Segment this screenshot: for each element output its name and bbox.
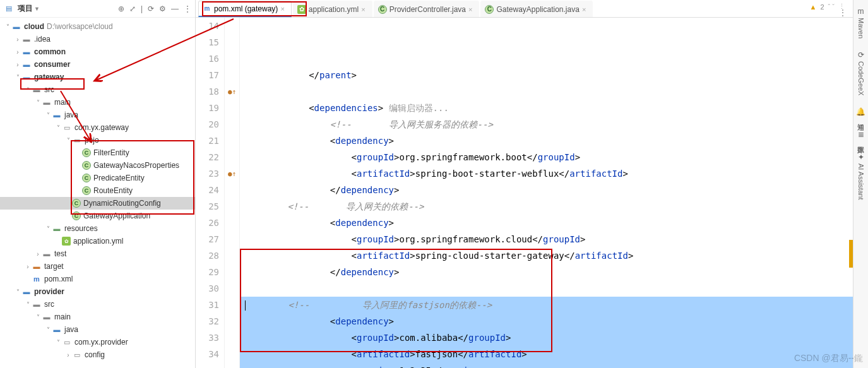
code-line-18[interactable]: <dependency> bbox=[240, 133, 853, 149]
expand-chevron-icon[interactable]: ˅ bbox=[24, 301, 32, 308]
expand-chevron-icon[interactable]: ˅ bbox=[34, 314, 42, 321]
gutter-marker[interactable] bbox=[225, 149, 239, 165]
gutter-marker[interactable] bbox=[225, 231, 239, 247]
more-icon[interactable]: ⋮ bbox=[184, 4, 191, 13]
tree-item-java[interactable]: ˅▬java bbox=[0, 323, 195, 336]
tree-item-gateway[interactable]: ˅▬gateway bbox=[0, 71, 195, 83]
code-line-24[interactable]: <groupId>org.springframework.cloud</grou… bbox=[240, 231, 853, 247]
code-line-16[interactable]: <dependencies> 编辑启动器... bbox=[240, 100, 853, 116]
right-tool-maven[interactable]: mMaven bbox=[856, 6, 866, 39]
more-icon[interactable]: ⋮ bbox=[838, 3, 845, 11]
gutter-marker[interactable] bbox=[225, 280, 239, 297]
tree-item-routeentity[interactable]: CRouteEntity bbox=[0, 184, 195, 197]
expand-chevron-icon[interactable]: ˅ bbox=[14, 74, 21, 81]
tree-item-predicateentity[interactable]: CPredicateEntity bbox=[0, 172, 195, 184]
code-line-30[interactable]: <groupId>com.alibaba</groupId> bbox=[240, 329, 853, 346]
refresh-icon[interactable]: ⟳ bbox=[148, 4, 154, 13]
tree-item-consumer[interactable]: ›▬consumer bbox=[0, 58, 195, 71]
expand-chevron-icon[interactable]: › bbox=[14, 61, 21, 68]
expand-chevron-icon[interactable]: ˅ bbox=[44, 326, 52, 333]
right-tool-codegeex[interactable]: ⟳CodeGeeX bbox=[856, 50, 866, 95]
gutter-marker[interactable] bbox=[225, 50, 239, 67]
close-icon[interactable]: × bbox=[468, 6, 472, 13]
expand-chevron-icon[interactable]: ˅ bbox=[54, 339, 62, 346]
editor-body[interactable]: 1415161718192021222324252627282930313233… bbox=[196, 18, 853, 368]
expand-chevron-icon[interactable]: › bbox=[14, 49, 21, 56]
project-tree[interactable]: ˅▬cloud D:\worksapce\cloud›▬.idea›▬commo… bbox=[0, 18, 195, 368]
gutter-marker[interactable] bbox=[225, 313, 239, 329]
code-line-22[interactable]: <!-- 导入网关的依赖--> bbox=[240, 198, 853, 215]
expand-chevron-icon[interactable]: ˅ bbox=[54, 124, 62, 131]
expand-chevron-icon[interactable]: › bbox=[24, 263, 32, 270]
gutter-marker[interactable]: ●↑ bbox=[225, 165, 239, 182]
gutter-marker[interactable] bbox=[225, 215, 239, 231]
right-tool-通知[interactable]: 🔔通知 bbox=[856, 107, 866, 118]
tab-application-yml[interactable]: ✿application.yml× bbox=[293, 1, 372, 17]
tab-pom-xml-gateway-[interactable]: mpom.xml (gateway)× bbox=[198, 1, 292, 17]
gutter-marker[interactable] bbox=[225, 247, 239, 264]
tree-item-gatewaynacosproperties[interactable]: CGatewayNacosProperties bbox=[0, 159, 195, 172]
close-icon[interactable]: × bbox=[582, 6, 586, 13]
code-line-28[interactable]: <!-- 导入阿里的fastjson的依赖--> bbox=[240, 297, 853, 313]
code-line-19[interactable]: <groupId>org.springframework.boot</group… bbox=[240, 149, 853, 165]
tree-item-common[interactable]: ›▬common bbox=[0, 45, 195, 58]
gutter-marker[interactable] bbox=[225, 18, 239, 34]
gutter-marker[interactable] bbox=[225, 264, 239, 280]
tree-item-com-yx-gateway[interactable]: ˅▭com.yx.gateway bbox=[0, 121, 195, 134]
tree-item-filterentity[interactable]: CFilterEntity bbox=[0, 146, 195, 159]
tree-item-target[interactable]: ›▬target bbox=[0, 260, 195, 273]
expand-chevron-icon[interactable]: ˅ bbox=[4, 23, 11, 30]
project-view-selector[interactable]: ▤ 项目 ▼ bbox=[4, 3, 40, 14]
expand-chevron-icon[interactable]: ˅ bbox=[64, 137, 72, 144]
gutter-marker[interactable] bbox=[225, 198, 239, 215]
right-tool-数据库[interactable]: ≣数据库 bbox=[856, 129, 866, 141]
tree-item-java[interactable]: ˅▬java bbox=[0, 109, 195, 121]
expand-chevron-icon[interactable]: ˅ bbox=[24, 86, 32, 93]
code-line-27[interactable] bbox=[240, 280, 853, 297]
expand-chevron-icon[interactable]: › bbox=[64, 352, 72, 359]
code-line-17[interactable]: <!-- 导入网关服务器的依赖--> bbox=[240, 116, 853, 133]
tree-item-gatewayapplication[interactable]: CGatewayApplication bbox=[0, 210, 195, 222]
tree-item-src[interactable]: ˅▬src bbox=[0, 83, 195, 96]
expand-chevron-icon[interactable]: ˅ bbox=[44, 225, 52, 232]
code-line-29[interactable]: <dependency> bbox=[240, 313, 853, 329]
tree-item--idea[interactable]: ›▬.idea bbox=[0, 33, 195, 45]
code-line-32[interactable]: <version>1.2.35</version> bbox=[240, 362, 853, 368]
tree-item-com-yx-provider[interactable]: ˅▭com.yx.provider bbox=[0, 336, 195, 348]
tree-item-config[interactable]: ›▭config bbox=[0, 348, 195, 361]
nav-arrows[interactable]: ˆ ˇ bbox=[828, 3, 835, 11]
expand-chevron-icon[interactable]: › bbox=[14, 36, 21, 43]
expand-chevron-icon[interactable]: › bbox=[34, 251, 42, 258]
tree-item-cloud[interactable]: ˅▬cloud D:\worksapce\cloud bbox=[0, 20, 195, 33]
locate-icon[interactable]: ⊕ bbox=[118, 4, 124, 13]
close-icon[interactable]: × bbox=[361, 6, 365, 13]
expand-chevron-icon[interactable]: ˅ bbox=[14, 288, 21, 295]
code-line-23[interactable]: <dependency> bbox=[240, 215, 853, 231]
expand-chevron-icon[interactable]: ˅ bbox=[34, 99, 42, 106]
gutter-marker[interactable] bbox=[225, 100, 239, 116]
tree-item-application-yml[interactable]: ✿application.yml bbox=[0, 235, 195, 247]
gutter-marker[interactable] bbox=[225, 297, 239, 313]
code-line-21[interactable]: </dependency> bbox=[240, 182, 853, 198]
gutter-marker[interactable] bbox=[225, 329, 239, 346]
tree-item-provider[interactable]: ˅▬provider bbox=[0, 285, 195, 298]
gutter-marker[interactable] bbox=[225, 133, 239, 149]
tree-item-main[interactable]: ˅▬main bbox=[0, 96, 195, 109]
tab-providercontroller-java[interactable]: CProviderController.java× bbox=[374, 1, 480, 17]
tree-item-test[interactable]: ›▬test bbox=[0, 247, 195, 260]
tree-item-resources[interactable]: ˅▬resources bbox=[0, 222, 195, 235]
expand-chevron-icon[interactable]: ˅ bbox=[44, 112, 52, 119]
inspection-status[interactable]: ▲ 2 ˆ ˇ ⋮ bbox=[810, 3, 845, 11]
right-tool-ai-assistant[interactable]: ✦AI Assistant bbox=[856, 152, 866, 199]
code-line-31[interactable]: <artifactId>fastjson</artifactId> bbox=[240, 346, 853, 362]
tree-item-main[interactable]: ˅▬main bbox=[0, 311, 195, 323]
gutter-marker[interactable] bbox=[225, 182, 239, 198]
code-line-15[interactable] bbox=[240, 83, 853, 100]
code-area[interactable]: </parent> <dependencies> 编辑启动器... <!-- 导… bbox=[240, 18, 853, 368]
gutter-marker[interactable] bbox=[225, 116, 239, 133]
tree-item-pom-xml[interactable]: mpom.xml bbox=[0, 273, 195, 285]
tree-item-dynamicroutingconfig[interactable]: CDynamicRoutingConfig bbox=[0, 197, 195, 210]
tree-item-pojo[interactable]: ˅▭pojo bbox=[0, 134, 195, 146]
gear-icon[interactable]: ⚙ bbox=[159, 4, 166, 13]
gutter-marker[interactable] bbox=[225, 67, 239, 83]
